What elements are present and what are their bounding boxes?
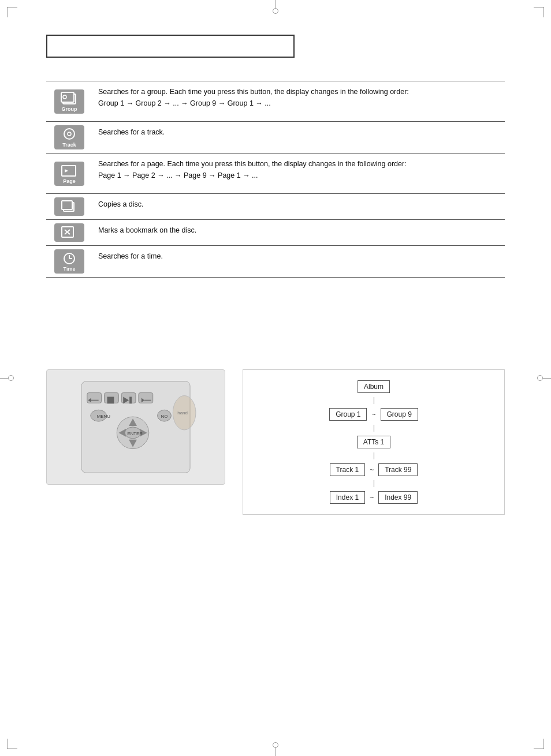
crosshair-bottom-circle: [273, 742, 278, 748]
svg-rect-5: [62, 166, 76, 176]
corner-mark-tr: [534, 7, 544, 17]
remote-control-svg: MENU NO ENTER hand: [47, 370, 225, 484]
crosshair-top-circle: [273, 8, 278, 14]
diag-row-indices: Index 1 ~ Index 99: [330, 491, 418, 504]
icon-cell-time: Time: [46, 246, 92, 277]
track-icon-badge: Track: [54, 125, 84, 149]
group-icon: [60, 91, 79, 106]
icon-cell-track: Track: [46, 122, 92, 153]
table-row-group: Group Searches for a group. Each time yo…: [46, 81, 505, 122]
svg-rect-19: [139, 393, 153, 403]
desc-cell-bookmark: Marks a bookmark on the disc.: [92, 220, 505, 241]
desc-cell-track: Searches for a track.: [92, 122, 505, 143]
structure-diagram: Album Group 1 ~ Group 9 ATTs 1 Track 1 ~…: [243, 369, 505, 515]
svg-rect-16: [87, 393, 102, 403]
diag-box-group1: Group 1: [329, 408, 367, 421]
icon-cell-page: Page: [46, 154, 92, 193]
copy-icon: [60, 199, 79, 214]
time-icon-label: Time: [64, 266, 76, 272]
bookmark-icon: [60, 225, 79, 240]
svg-point-4: [68, 132, 71, 136]
corner-mark-tl: [7, 7, 17, 17]
diag-row-groups: Group 1 ~ Group 9: [329, 408, 418, 421]
feature-table: Group Searches for a group. Each time yo…: [46, 81, 505, 278]
diag-tilde1: ~: [371, 410, 375, 418]
page-icon: [60, 163, 79, 178]
table-row-copy: Copies a disc.: [46, 194, 505, 220]
diag-vert-group-atts: [374, 425, 374, 432]
corner-mark-bl: [7, 739, 17, 749]
icon-cell-bookmark: [46, 220, 92, 245]
page-icon-badge: Page: [54, 162, 84, 186]
bookmark-icon-badge: [54, 223, 84, 242]
table-row-bookmark: Marks a bookmark on the disc.: [46, 220, 505, 246]
header-box: [46, 35, 295, 58]
group-icon-badge: Group: [54, 89, 84, 114]
time-icon-badge: Time: [54, 249, 84, 274]
svg-text:MENU: MENU: [97, 414, 111, 419]
desc-cell-copy: Copies a disc.: [92, 194, 505, 215]
svg-text:hand: hand: [177, 410, 188, 416]
svg-rect-22: [107, 397, 114, 404]
desc-cell-time: Searches for a time.: [92, 246, 505, 267]
diag-box-group9: Group 9: [381, 408, 418, 421]
diag-row-tracks: Track 1 ~ Track 99: [330, 463, 418, 476]
svg-text:NO: NO: [161, 414, 168, 419]
table-row-page: Page Searches for a page. Each time you …: [46, 154, 505, 194]
track-icon: [61, 127, 78, 142]
page-icon-label: Page: [63, 178, 76, 184]
diag-row-album: Album: [358, 380, 390, 393]
diag-box-atts: ATTs 1: [357, 436, 390, 448]
diag-box-index1: Index 1: [330, 491, 365, 504]
time-icon: [61, 251, 78, 266]
diag-tilde3: ~: [370, 493, 374, 501]
diag-vert-track-index: [374, 480, 374, 487]
group-icon-label: Group: [62, 106, 77, 112]
svg-rect-8: [62, 201, 72, 209]
diag-box-track99: Track 99: [378, 463, 418, 476]
diag-tilde2: ~: [370, 466, 374, 474]
corner-mark-br: [534, 739, 544, 749]
svg-point-3: [64, 129, 75, 139]
desc-cell-group: Searches for a group. Each time you pres…: [92, 81, 505, 114]
desc-cell-page: Searches for a page. Each time you press…: [92, 154, 505, 186]
diag-box-track1: Track 1: [330, 463, 366, 476]
svg-text:ENTER: ENTER: [127, 431, 143, 436]
copy-icon-badge: [54, 197, 84, 216]
crosshair-left-circle: [8, 375, 14, 381]
icon-cell-copy: [46, 194, 92, 219]
svg-marker-6: [65, 169, 68, 173]
icon-cell-group: Group: [46, 81, 92, 121]
crosshair-right-circle: [537, 375, 543, 381]
device-image: MENU NO ENTER hand: [46, 369, 225, 485]
diag-box-index99: Index 99: [378, 491, 418, 504]
table-row-track: Track Searches for a track.: [46, 122, 505, 154]
main-content: Group Searches for a group. Each time yo…: [46, 81, 505, 278]
table-row-time: Time Searches for a time.: [46, 246, 505, 278]
diag-row-atts: ATTs 1: [357, 436, 390, 448]
diag-vert-album-group: [374, 397, 374, 404]
diag-vert-atts-track: [374, 452, 374, 459]
svg-rect-24: [129, 397, 132, 404]
track-icon-label: Track: [62, 142, 76, 148]
diag-box-album: Album: [358, 380, 390, 393]
diagram-area: MENU NO ENTER hand Album Group 1 ~ G: [46, 369, 505, 515]
